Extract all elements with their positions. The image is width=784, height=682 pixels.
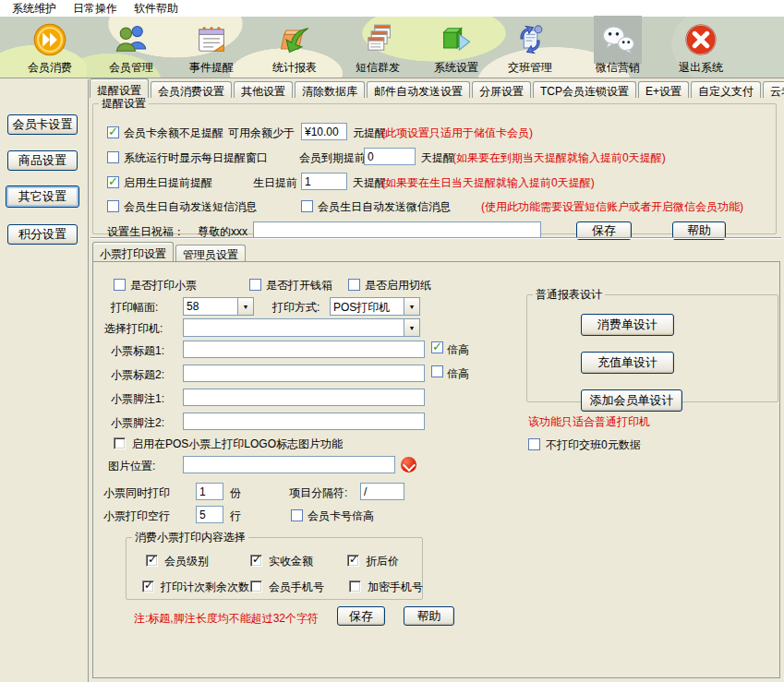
received-amount-checkbox[interactable] bbox=[250, 555, 262, 567]
receipt-title1-label: 小票标题1: bbox=[111, 343, 164, 359]
print-logo-label: 启用在POS小票上打印LOGO标志图片功能 bbox=[132, 437, 343, 452]
toolbar-label: 会员管理 bbox=[109, 60, 153, 76]
paper-cut-checkbox[interactable] bbox=[348, 279, 360, 291]
discounted-price-checkbox[interactable] bbox=[347, 555, 359, 567]
recharge-slip-design-button[interactable]: 充值单设计 bbox=[581, 352, 674, 374]
toolbar-wechat-marketing[interactable]: 微信营销 bbox=[577, 20, 658, 76]
days-remind-label: 天提醒 bbox=[421, 150, 454, 166]
encrypted-phone-label: 加密手机号 bbox=[368, 580, 423, 595]
tab-admin-settings[interactable]: 管理员设置 bbox=[175, 245, 246, 261]
daily-reminder-window-checkbox[interactable] bbox=[107, 151, 119, 163]
toolbar-member-manage[interactable]: 会员管理 bbox=[90, 20, 172, 76]
toolbar-event-reminder[interactable]: 事件提醒 bbox=[171, 20, 252, 76]
print-save-button[interactable]: 保存 bbox=[337, 606, 385, 626]
toolbar-label: 系统设置 bbox=[434, 60, 478, 76]
add-member-slip-design-button[interactable]: 添加会员单设计 bbox=[581, 389, 682, 412]
remaining-times-checkbox[interactable] bbox=[142, 580, 154, 592]
cardno-double-checkbox[interactable] bbox=[291, 509, 303, 521]
length-limit-note: 注:标题,脚注长度均不能超过32个字符 bbox=[134, 611, 319, 627]
chevron-down-icon[interactable]: ▼ bbox=[404, 319, 419, 336]
print-mode-select[interactable]: POS打印机▼ bbox=[330, 297, 420, 316]
toolbar-label: 退出系统 bbox=[679, 60, 723, 76]
toolbar-shift-manage[interactable]: 交班管理 bbox=[489, 20, 571, 76]
section-divider bbox=[90, 237, 781, 239]
expire-note: (如果要在到期当天提醒就输入提前0天提醒) bbox=[452, 150, 666, 166]
receipt-footer2-label: 小票脚注2: bbox=[111, 415, 164, 431]
print-receipt-checkbox[interactable] bbox=[114, 279, 126, 291]
receipt-content-legend: 消费小票打印内容选择 bbox=[132, 530, 248, 545]
title1-double-height-checkbox[interactable] bbox=[431, 341, 443, 353]
copies-unit-label: 份 bbox=[230, 485, 241, 501]
receipt-title1-input[interactable] bbox=[183, 341, 425, 358]
member-level-checkbox[interactable] bbox=[146, 555, 158, 567]
chevron-down-icon[interactable]: ▼ bbox=[237, 298, 253, 315]
toolbar-label: 会员消费 bbox=[28, 60, 72, 76]
copies-input[interactable] bbox=[196, 483, 223, 500]
sidebar-item-product-settings[interactable]: 商品设置 bbox=[7, 150, 78, 171]
expire-days-input[interactable] bbox=[364, 148, 416, 165]
menu-help[interactable]: 软件帮助 bbox=[127, 0, 186, 18]
blank-lines-input[interactable] bbox=[196, 506, 223, 523]
member-manage-icon bbox=[113, 21, 150, 58]
member-consume-icon bbox=[31, 21, 68, 58]
menu-daily-ops[interactable]: 日常操作 bbox=[66, 0, 125, 18]
sidebar-item-points-settings[interactable]: 积分设置 bbox=[7, 224, 78, 245]
sidebar-item-other-settings[interactable]: 其它设置 bbox=[6, 185, 79, 208]
image-path-input[interactable] bbox=[183, 456, 395, 473]
toolbar-label: 统计报表 bbox=[272, 60, 317, 76]
toolbar-member-consume[interactable]: 会员消费 bbox=[9, 20, 90, 76]
receipt-print-panel: 是否打印小票 是否打开钱箱 是否启用切纸 打印幅面: 58▼ 打印方式: POS… bbox=[92, 261, 780, 678]
system-settings-icon bbox=[438, 21, 475, 58]
printer-select-label: 选择打印机: bbox=[104, 321, 163, 337]
tab-receipt-print-settings[interactable]: 小票打印设置 bbox=[92, 242, 174, 261]
sidebar: 会员卡设置 商品设置 其它设置 积分设置 bbox=[0, 79, 89, 682]
birthday-sms-checkbox[interactable] bbox=[107, 200, 119, 212]
paper-width-select[interactable]: 58▼ bbox=[183, 297, 254, 316]
birthday-wechat-checkbox[interactable] bbox=[301, 200, 313, 212]
birthday-reminder-checkbox[interactable] bbox=[107, 176, 119, 188]
birthday-ahead-label: 生日提前 bbox=[253, 175, 297, 191]
daily-reminder-window-label: 系统运行时显示每日提醒窗口 bbox=[124, 150, 268, 166]
receipt-content-group: 消费小票打印内容选择 会员级别 实收金额 折后价 打印计次剩余次数 会员手机号 … bbox=[126, 530, 423, 600]
print-tabstrip: 小票打印设置 管理员设置 bbox=[92, 242, 776, 261]
report-design-group: 普通报表设计 消费单设计 充值单设计 添加会员单设计 bbox=[526, 287, 778, 402]
discounted-price-label: 折后价 bbox=[366, 554, 399, 569]
open-drawer-label: 是否打开钱箱 bbox=[266, 278, 332, 293]
receipt-footer1-input[interactable] bbox=[183, 389, 425, 406]
no-zero-shift-checkbox[interactable] bbox=[528, 438, 540, 450]
toolbar-sms-bulk[interactable]: 短信群发 bbox=[337, 20, 418, 76]
receipt-footer2-input[interactable] bbox=[183, 413, 425, 430]
sidebar-item-member-card-settings[interactable]: 会员卡设置 bbox=[7, 114, 78, 135]
settings-tabstrip: 提醒设置 会员消费设置 其他设置 清除数据库 邮件自动发送设置 分屏设置 TCP… bbox=[90, 78, 784, 98]
member-phone-checkbox[interactable] bbox=[250, 580, 262, 592]
print-logo-checkbox[interactable] bbox=[114, 437, 126, 449]
toolbar-system-settings[interactable]: 系统设置 bbox=[416, 20, 497, 76]
remaining-times-label: 打印计次剩余次数 bbox=[161, 580, 249, 595]
no-zero-shift-label: 不打印交班0元数据 bbox=[546, 437, 641, 453]
tab-reminder-settings[interactable]: 提醒设置 bbox=[90, 78, 149, 98]
birthday-days-input[interactable] bbox=[301, 173, 347, 190]
print-help-button[interactable]: 帮助 bbox=[404, 606, 454, 626]
receipt-title2-input[interactable] bbox=[183, 365, 425, 382]
birthday-wechat-label: 会员生日自动发送微信消息 bbox=[318, 199, 451, 215]
title2-double-height-label: 倍高 bbox=[447, 366, 469, 382]
chevron-down-icon[interactable]: ▼ bbox=[404, 298, 419, 315]
menu-system-maintain[interactable]: 系统维护 bbox=[5, 0, 64, 18]
blank-lines-label: 小票打印空行 bbox=[103, 509, 170, 524]
open-drawer-checkbox[interactable] bbox=[249, 279, 261, 291]
browse-image-icon[interactable] bbox=[401, 457, 416, 473]
toolbar-label: 短信群发 bbox=[356, 60, 400, 76]
printer-select[interactable]: ▼ bbox=[183, 318, 420, 337]
cardno-double-label: 会员卡号倍高 bbox=[308, 509, 374, 524]
sms-bulk-icon bbox=[359, 21, 396, 58]
encrypted-phone-checkbox[interactable] bbox=[349, 580, 361, 592]
low-balance-amount-input[interactable] bbox=[301, 123, 347, 140]
reminder-settings-legend: 提醒设置 bbox=[99, 96, 149, 112]
member-expire-ahead-label: 会员到期提前 bbox=[299, 150, 366, 166]
title2-double-height-checkbox[interactable] bbox=[431, 365, 443, 377]
toolbar-report-stats[interactable]: 统计报表 bbox=[254, 20, 335, 76]
consume-slip-design-button[interactable]: 消费单设计 bbox=[581, 314, 674, 336]
toolbar-exit-system[interactable]: 退出系统 bbox=[660, 20, 742, 76]
low-balance-reminder-checkbox[interactable] bbox=[107, 126, 119, 138]
item-separator-input[interactable] bbox=[360, 483, 404, 500]
